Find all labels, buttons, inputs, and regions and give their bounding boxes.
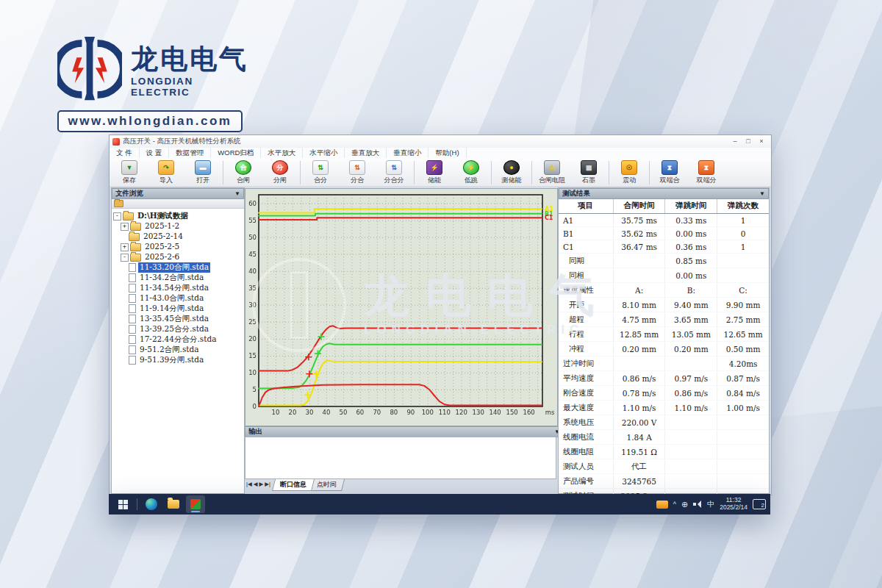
- volume-icon[interactable]: [693, 501, 702, 508]
- tree-file[interactable]: 11-34.2合闸.stda: [113, 273, 243, 283]
- tree-folder-2025-1-2[interactable]: +2025-1-2: [113, 221, 243, 232]
- file-browser-header[interactable]: 文件浏览 ▼: [112, 188, 244, 199]
- edge-browser-button[interactable]: [142, 495, 161, 513]
- results-column-0: 项目: [559, 199, 613, 214]
- toolbar-button-打开[interactable]: ▬打开: [184, 159, 221, 187]
- tree-file[interactable]: 9-51.2合闸.stda: [113, 345, 243, 355]
- toolbar-separator: [491, 161, 492, 184]
- start-button[interactable]: [113, 495, 132, 513]
- results-column-1: 合闸时间: [613, 199, 665, 214]
- ime-indicator[interactable]: 中: [707, 499, 714, 509]
- menu-item-4[interactable]: 水平放大: [261, 148, 303, 158]
- waveform-chart[interactable]: [245, 189, 557, 426]
- tree-file[interactable]: 11-43.0合闸.stda: [113, 293, 243, 304]
- toolbar-button-双端合[interactable]: ⧗双端合: [651, 159, 688, 187]
- chart-panel[interactable]: [245, 188, 558, 426]
- toolbar-button-合闸电阻[interactable]: ⚠合闸电阻: [534, 159, 570, 187]
- toolbar-button-低跳[interactable]: ⚡低跳: [453, 159, 490, 187]
- menu-item-6[interactable]: 垂直放大: [345, 148, 387, 158]
- menu-item-5[interactable]: 水平缩小: [303, 148, 345, 158]
- toolbar-button-分闸[interactable]: 分分闸: [262, 159, 298, 187]
- toolbar-label: 合闸: [237, 176, 250, 185]
- chevron-down-icon[interactable]: ▼: [234, 190, 240, 197]
- tree-file[interactable]: 13-35.45合闸.stda: [113, 314, 243, 324]
- tray-app-icon[interactable]: [656, 501, 668, 509]
- tab-nav-arrow[interactable]: |◀: [246, 481, 252, 487]
- toolbar-button-导入[interactable]: ↷导入: [148, 159, 184, 187]
- notification-icon[interactable]: 2: [753, 499, 766, 509]
- row-value: [717, 268, 769, 283]
- toolbar-button-石墨[interactable]: ▦石墨: [570, 159, 607, 187]
- close-button[interactable]: ×: [755, 137, 768, 146]
- toolbar-button-保存[interactable]: ▼保存: [111, 159, 148, 187]
- tree-folder-2025-2-14[interactable]: 2025-2-14: [113, 232, 243, 242]
- toggle-icon[interactable]: +: [121, 243, 129, 251]
- tree-folder-2025-2-6[interactable]: -2025-2-6: [113, 252, 243, 262]
- toggle-icon[interactable]: [121, 234, 127, 240]
- chevron-down-icon[interactable]: ▼: [759, 190, 765, 197]
- menu-item-8[interactable]: 帮助(H): [429, 148, 466, 158]
- toolbar-label: 测储能: [502, 176, 522, 185]
- file-explorer-button[interactable]: [164, 495, 183, 513]
- network-icon[interactable]: ⊕: [681, 500, 688, 509]
- toggle-icon[interactable]: +: [121, 223, 129, 231]
- tab-nav-arrows[interactable]: |◀◀▶▶|: [245, 479, 273, 487]
- tab-断口信息[interactable]: 断口信息: [272, 479, 315, 491]
- tree-root[interactable]: -D:\H测试数据: [113, 211, 243, 221]
- tree-file[interactable]: 11-33.20合闸.stda: [113, 262, 243, 273]
- tray-chevron-icon[interactable]: ^: [673, 501, 676, 508]
- tab-nav-arrow[interactable]: ▶|: [265, 481, 270, 487]
- toolbar-button-双端分[interactable]: ⧗双端分: [688, 159, 725, 187]
- menu-item-7[interactable]: 垂直缩小: [387, 148, 429, 158]
- tree-folder-2025-2-5[interactable]: +2025-2-5: [113, 242, 243, 252]
- toolbar-label: 保存: [123, 176, 136, 185]
- row-value: 0.50 mm: [717, 342, 769, 356]
- folder-label: 2025-1-2: [143, 221, 181, 231]
- toolbar-button-震动[interactable]: ☉震动: [611, 159, 648, 187]
- toolbar-label: 分合: [351, 176, 364, 185]
- toolbar-label: 震动: [623, 176, 636, 185]
- tab-nav-arrow[interactable]: ◀: [254, 481, 258, 487]
- analyzer-app-button[interactable]: [186, 495, 205, 513]
- row-label: 同期: [559, 254, 613, 268]
- tree-file[interactable]: 13-39.25合分.stda: [113, 324, 243, 334]
- menu-item-1[interactable]: 设 置: [140, 148, 170, 158]
- output-header[interactable]: 输出 ▼: [245, 426, 564, 437]
- company-name-en: LONGDIAN ELECTRIC: [131, 76, 256, 98]
- toolbar-button-分合分[interactable]: ⇅分合分: [376, 159, 412, 187]
- workspace: 文件浏览 ▼ -D:\H测试数据+2025-1-22025-2-14+2025-…: [110, 186, 771, 495]
- menubar: 文 件设 置数据管理WORD归档水平放大水平缩小垂直放大垂直缩小帮助(H): [110, 148, 771, 159]
- toolbar-button-测储能[interactable]: ●测储能: [493, 159, 530, 187]
- tree-file[interactable]: 11-34.54分闸.stda: [113, 283, 243, 293]
- menu-item-3[interactable]: WORD归档: [211, 148, 261, 158]
- file-browser-panel: 文件浏览 ▼ -D:\H测试数据+2025-1-22025-2-14+2025-…: [111, 187, 245, 494]
- tree-file[interactable]: 9-51.39分闸.stda: [113, 355, 243, 365]
- toolbar-button-合闸[interactable]: 合合闸: [225, 159, 262, 187]
- row-value: 0.86 m/s: [665, 386, 717, 401]
- table-row: 冲程0.20 mm0.20 mm0.50 mm: [559, 342, 769, 356]
- tab-nav-arrow[interactable]: ▶: [259, 481, 264, 487]
- toggle-icon[interactable]: -: [113, 212, 121, 220]
- taskbar-clock[interactable]: 11:32 2025/2/14: [720, 497, 747, 512]
- folder-icon[interactable]: [114, 200, 123, 207]
- row-value: [665, 356, 717, 371]
- folder-label: 2025-2-6: [143, 252, 181, 262]
- file-icon: [129, 284, 136, 293]
- toolbar-button-分合[interactable]: ⇅分合: [339, 159, 376, 187]
- row-label: 刚合速度: [559, 386, 613, 401]
- toolbar-label: 双端合: [660, 176, 680, 185]
- tree-file[interactable]: 11-9.14分闸.stda: [113, 304, 243, 314]
- toolbar-button-合分[interactable]: ⇅合分: [302, 159, 339, 187]
- toolbar-button-储能[interactable]: ⚡储能: [416, 159, 453, 187]
- tree-file[interactable]: 17-22.44分合分.stda: [113, 334, 243, 345]
- row-value: [717, 415, 769, 430]
- center-area: 输出 ▼ |◀◀▶▶| 断口信息点时间 龙电电气 LONGDIAN ELECTR…: [245, 187, 556, 494]
- minimize-button[interactable]: –: [728, 137, 742, 146]
- menu-item-0[interactable]: 文 件: [110, 148, 140, 158]
- results-header[interactable]: 测试结果 ▼: [559, 188, 769, 199]
- toggle-icon[interactable]: -: [121, 254, 129, 262]
- menu-item-2[interactable]: 数据管理: [169, 148, 211, 158]
- row-label: 系统电压: [559, 415, 613, 430]
- save-icon: ▼: [121, 160, 137, 175]
- maximize-button[interactable]: □: [742, 137, 755, 146]
